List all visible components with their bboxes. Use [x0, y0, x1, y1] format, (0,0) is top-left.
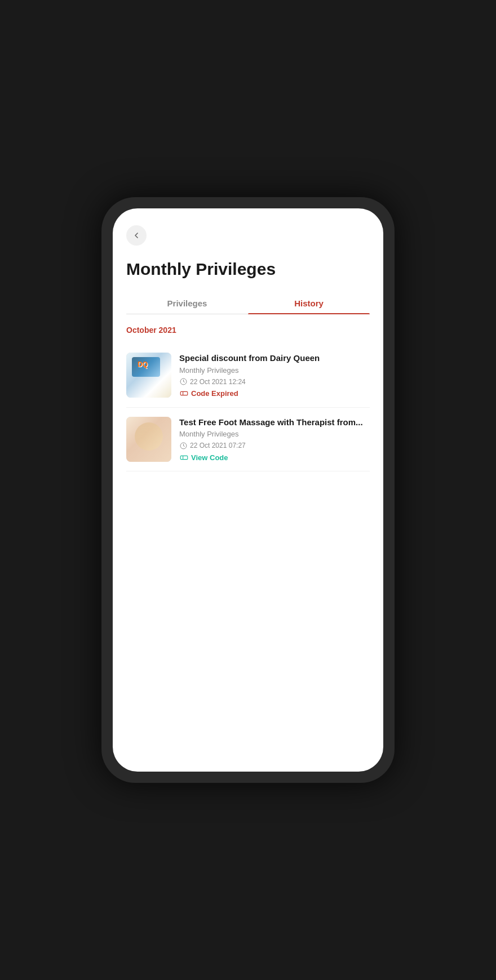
- massage-image: [126, 417, 171, 462]
- item-subtitle-2: Monthly Privileges: [179, 430, 370, 438]
- item-time-1: 22 Oct 2021 12:24: [179, 378, 370, 386]
- item-content-1: Special discount from Dairy Queen Monthl…: [179, 353, 370, 398]
- item-title-2: Test Free Foot Massage with Therapist fr…: [179, 417, 370, 428]
- list-item: Special discount from Dairy Queen Monthl…: [126, 344, 370, 408]
- ticket-icon-2: [179, 453, 188, 462]
- tabs-container: Privileges History: [126, 293, 370, 314]
- list-item-2: Test Free Foot Massage with Therapist fr…: [126, 408, 370, 472]
- item-timestamp-1: 22 Oct 2021 12:24: [190, 378, 246, 386]
- tab-history[interactable]: History: [248, 293, 370, 314]
- phone-frame: Monthly Privileges Privileges History Oc…: [101, 197, 395, 783]
- history-section: October 2021 Special discount from Dairy…: [126, 326, 370, 471]
- clock-icon-1: [179, 378, 187, 386]
- dairy-queen-image: [126, 353, 171, 398]
- item-content-2: Test Free Foot Massage with Therapist fr…: [179, 417, 370, 462]
- item-status-expired: Code Expired: [179, 389, 370, 398]
- page-title: Monthly Privileges: [126, 259, 370, 279]
- svg-rect-4: [180, 456, 188, 459]
- item-image-dairy-queen: [126, 353, 171, 398]
- section-date: October 2021: [126, 326, 370, 335]
- svg-rect-1: [180, 391, 188, 395]
- item-timestamp-2: 22 Oct 2021 07:27: [190, 442, 246, 449]
- item-time-2: 22 Oct 2021 07:27: [179, 442, 370, 449]
- item-title-1: Special discount from Dairy Queen: [179, 353, 370, 364]
- tab-privileges[interactable]: Privileges: [126, 293, 248, 314]
- phone-screen: Monthly Privileges Privileges History Oc…: [113, 208, 383, 772]
- clock-icon-2: [179, 442, 187, 449]
- ticket-icon-1: [179, 389, 188, 398]
- status-label-1: Code Expired: [191, 389, 238, 398]
- status-label-2: View Code: [191, 453, 228, 462]
- back-button[interactable]: [126, 225, 147, 246]
- screen-content: Monthly Privileges Privileges History Oc…: [113, 208, 383, 772]
- item-image-massage: [126, 417, 171, 462]
- item-subtitle-1: Monthly Privileges: [179, 366, 370, 375]
- item-status-view-code[interactable]: View Code: [179, 453, 370, 462]
